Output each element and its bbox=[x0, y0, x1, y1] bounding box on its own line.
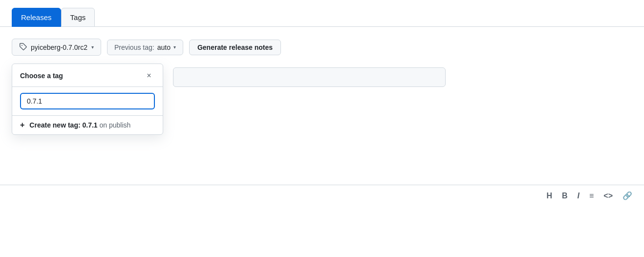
generate-release-notes-button[interactable]: Generate release notes bbox=[189, 40, 281, 55]
dropdown-close-button[interactable]: × bbox=[143, 70, 155, 82]
link-icon[interactable]: 🔗 bbox=[623, 191, 632, 200]
tag-dropdown-panel: Choose a tag × + Create new tag: 0.7.1 o… bbox=[12, 64, 163, 135]
dropdown-panel-header: Choose a tag × bbox=[12, 64, 163, 87]
previous-tag-chevron: ▾ bbox=[173, 44, 176, 50]
create-tag-label: Create new tag: 0.7.1 on publish bbox=[29, 121, 130, 129]
tab-releases[interactable]: Releases bbox=[12, 8, 61, 27]
heading-icon[interactable]: H bbox=[546, 192, 552, 200]
tag-search-input[interactable] bbox=[20, 93, 155, 109]
previous-tag-prefix: Previous tag: bbox=[114, 43, 154, 51]
tag-dropdown-button[interactable]: pyiceberg-0.7.0rc2 ▾ bbox=[12, 39, 101, 56]
tab-bar: Releases Tags bbox=[0, 0, 644, 27]
tab-tags[interactable]: Tags bbox=[61, 8, 95, 27]
content-area: Choose a tag × + Create new tag: 0.7.1 o… bbox=[0, 64, 644, 87]
create-tag-label-bold: Create new tag: 0.7.1 bbox=[29, 121, 97, 129]
toolbar-row: pyiceberg-0.7.0rc2 ▾ Previous tag: auto … bbox=[0, 27, 644, 64]
editor-bottom-toolbar: H B I ≡ <> 🔗 bbox=[0, 185, 644, 200]
bold-icon[interactable]: B bbox=[562, 192, 568, 200]
previous-tag-dropdown-button[interactable]: Previous tag: auto ▾ bbox=[107, 40, 183, 55]
code-icon[interactable]: <> bbox=[603, 192, 613, 200]
dropdown-panel-title: Choose a tag bbox=[20, 72, 63, 80]
tag-dropdown-value: pyiceberg-0.7.0rc2 bbox=[31, 43, 87, 51]
page-container: Releases Tags pyiceberg-0.7.0rc2 ▾ Previ… bbox=[0, 0, 644, 257]
previous-tag-value: auto bbox=[157, 43, 171, 51]
editor-title-area bbox=[173, 64, 446, 87]
italic-icon[interactable]: I bbox=[578, 192, 580, 200]
plus-icon: + bbox=[20, 121, 24, 129]
list-icon[interactable]: ≡ bbox=[589, 192, 594, 200]
tag-icon bbox=[19, 43, 27, 52]
editor-title-input[interactable] bbox=[173, 67, 446, 87]
create-tag-label-muted: on publish bbox=[100, 121, 131, 129]
dropdown-panel-search bbox=[12, 87, 163, 115]
create-tag-item[interactable]: + Create new tag: 0.7.1 on publish bbox=[12, 116, 163, 134]
tag-dropdown-chevron: ▾ bbox=[91, 44, 94, 50]
